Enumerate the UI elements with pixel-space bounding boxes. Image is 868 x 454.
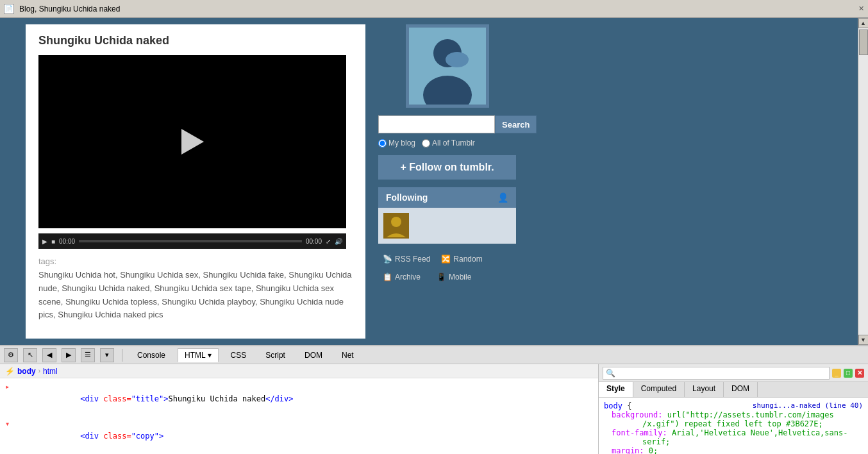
style-prop-font: font-family: Arial,'Helvetica Neue',Helv… [604,428,863,437]
play-button[interactable] [181,129,204,155]
devtools-search-input[interactable] [603,367,830,380]
html-div-tag-2: <div [80,432,103,441]
devtools-options[interactable]: ▾ [100,348,114,362]
html-str-1: "title" [131,394,164,403]
devtools-close-btn[interactable]: ✕ [855,369,864,378]
tab-html[interactable]: HTML ▾ [178,348,219,362]
style-val-font2: serif; [642,437,670,446]
following-avatar-1[interactable] [383,213,409,239]
html-attr-1: class= [103,394,131,403]
all-tumblr-radio[interactable] [422,139,430,147]
breadcrumb-sep-1: › [38,367,40,374]
devtools-menu[interactable]: ☰ [81,348,95,362]
devtools-minimize-btn[interactable]: _ [832,369,841,378]
html-line-1: ▸ <div class="title">Shungiku Uchida nak… [5,381,593,418]
browser-titlebar: 📄 Blog, Shungiku Uchida naked ✕ [0,0,868,18]
main-scrollbar[interactable]: ▲ ▼ [858,18,868,345]
devtools-panel: ⚙ ↖ ◀ ▶ ☰ ▾ Console HTML ▾ CSS Script DO… [0,345,868,454]
all-tumblr-radio-label[interactable]: All of Tumblr [422,139,475,147]
tab-dom[interactable]: DOM [297,348,330,362]
scroll-down-btn[interactable]: ▼ [858,335,869,345]
style-tab-computed[interactable]: Computed [633,382,685,397]
video-progress-bar[interactable] [79,240,302,242]
search-box: Search [378,115,516,133]
tab-net[interactable]: Net [335,348,361,362]
prop-val-bg: url("http://assets.tumblr.com/images [667,410,834,419]
search-input[interactable] [378,115,495,133]
style-rules-content: body { shungi...a-naked (line 40) backgr… [599,398,868,454]
prop-val-font: Arial,'Helvetica Neue',Helvetica,sans- [672,428,848,437]
blog-post-container: Shungiku Uchida naked ▶ ■ 00:00 00:00 ⤢ … [26,24,365,339]
scroll-thumb[interactable] [859,29,868,55]
all-tumblr-label: All of Tumblr [432,139,475,147]
scroll-track[interactable] [858,28,868,335]
style-tab-layout[interactable]: Layout [685,382,724,397]
svg-point-3 [446,52,469,67]
tags-text: Shungiku Uchida hot, Shungiku Uchida sex… [38,269,353,322]
expand-icon-2[interactable]: ▾ [5,418,14,430]
style-prop-margin: margin: 0; [604,446,863,454]
breadcrumb-html[interactable]: html [43,367,58,376]
expand-icon-1[interactable]: ▸ [5,381,14,393]
browser-tab-close[interactable]: ✕ [858,4,864,13]
random-link[interactable]: 🔀 Random [437,251,488,267]
video-fullscreen-ctrl[interactable]: ⤢ [326,238,331,245]
prop-name-font: font-family: [604,428,672,437]
tab-console[interactable]: Console [130,348,172,362]
following-label: Following [386,192,428,203]
my-blog-radio[interactable] [378,139,387,147]
scroll-up-btn[interactable]: ▲ [858,18,869,28]
archive-link[interactable]: 📋 Archive [378,269,430,285]
devtools-breadcrumb: ⚡ body › html [0,364,598,378]
html-line-2: ▾ <div class="copy"> [5,418,593,454]
devtools-inspect-btn[interactable]: ⚙ [4,348,18,362]
style-source: shungi...a-naked (line 40) [753,401,863,410]
mobile-link[interactable]: 📱 Mobile [432,269,483,285]
blog-content: Shungiku Uchida naked ▶ ■ 00:00 00:00 ⤢ … [0,18,858,345]
style-rule-body: body { shungi...a-naked (line 40) backgr… [604,401,863,454]
html-line-indent: <div class="title">Shungiku Uchida naked… [14,381,293,418]
archive-label: Archive [395,273,421,282]
video-play-ctrl[interactable]: ▶ [42,238,47,245]
prop-val-margin: 0; [649,446,658,454]
devtools-select-btn[interactable]: ↖ [23,348,37,362]
my-blog-label: My blog [388,139,415,147]
devtools-maximize-btn[interactable]: □ [844,369,853,378]
breadcrumb-icon: ⚡ [5,367,15,376]
blog-sidebar: Search My blog All of Tumblr + Follow on… [378,24,516,285]
html-attr-2: class= [103,432,131,441]
sidebar-links: 📡 RSS Feed 🔀 Random 📋 Archive 📱 Mobile [378,251,516,285]
rss-icon: 📡 [382,254,392,264]
style-content-panel: Style Computed Layout DOM body { shungi.… [599,382,868,454]
style-prop-background-2: /x.gif") repeat fixed left top #3B627E; [604,419,863,428]
video-player[interactable] [38,55,346,228]
prop-val-font-cont: serif; [604,437,670,446]
rss-label: RSS Feed [395,255,430,264]
following-list [378,208,516,244]
my-blog-radio-label[interactable]: My blog [378,139,415,147]
style-tab-style[interactable]: Style [599,382,633,397]
random-label: Random [453,255,482,264]
following-avatar-img [383,213,409,239]
following-section: Following 👤 [378,187,516,244]
tab-script[interactable]: Script [258,348,292,362]
following-icon: 👤 [497,192,508,203]
breadcrumb-body[interactable]: body [17,367,36,376]
video-time-left: 00:00 [59,238,75,245]
browser-title: Blog, Shungiku Uchida naked [19,4,853,13]
devtools-style-panel: _ □ ✕ Style Computed Layout DOM body { s… [599,364,868,454]
browser-favicon: 📄 [4,4,14,14]
style-tab-dom[interactable]: DOM [724,382,758,397]
follow-button[interactable]: + Follow on tumblr. [378,155,516,180]
video-stop-ctrl[interactable]: ■ [51,238,55,245]
video-volume-ctrl[interactable]: 🔊 [335,238,342,245]
html-line-2-content: <div class="copy"> [14,418,163,454]
search-scope-group: My blog All of Tumblr [378,139,516,147]
tab-css[interactable]: CSS [224,348,254,362]
search-button[interactable]: Search [495,115,537,133]
devtools-nav-fwd[interactable]: ▶ [62,348,76,362]
style-prop-background: background: url("http://assets.tumblr.co… [604,410,863,419]
devtools-nav-back[interactable]: ◀ [42,348,56,362]
prop-name-margin: margin: [604,446,649,454]
rss-feed-link[interactable]: 📡 RSS Feed [378,251,434,267]
